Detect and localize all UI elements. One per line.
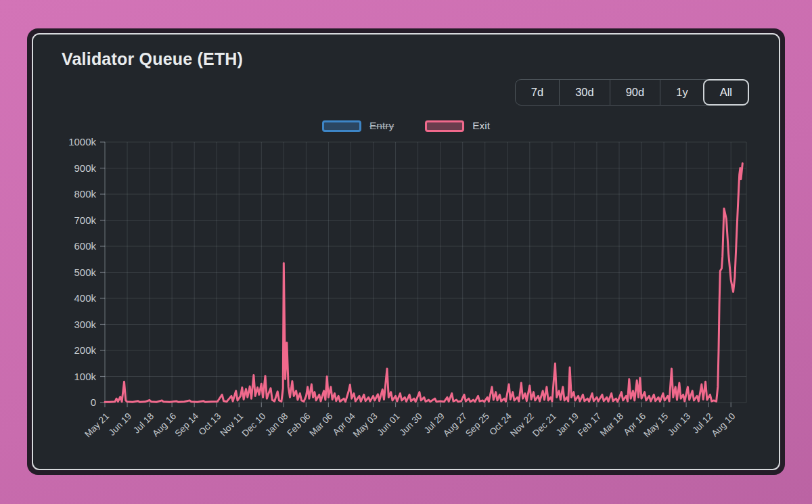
x-tick-label: Sep 14 (173, 411, 200, 438)
x-tick-label: Jan 08 (263, 411, 290, 438)
y-tick-label: 1000k (68, 136, 96, 147)
x-tick-label: Aug 16 (150, 411, 178, 439)
x-tick-label: Nov 22 (508, 411, 536, 439)
y-tick-label: 200k (74, 344, 96, 356)
range-button-90d[interactable]: 90d (610, 80, 660, 105)
y-tick-label: 800k (74, 188, 96, 200)
chart-plot-area: 0100k200k300k400k500k600k700k800k900k100… (68, 136, 746, 439)
page-title: Validator Queue (ETH) (62, 49, 243, 69)
validator-queue-card: Validator Queue (ETH) 7d 30d 90d 1y All … (32, 33, 780, 470)
y-tick-label: 900k (74, 162, 96, 174)
x-tick-label: May 21 (83, 411, 111, 440)
x-tick-label: Jun 30 (397, 411, 424, 438)
x-tick-label: Mar 18 (598, 411, 625, 438)
x-tick-label: Sep 25 (464, 411, 491, 439)
y-tick-label: 700k (74, 214, 96, 226)
legend-item-exit[interactable]: Exit (425, 120, 490, 132)
range-button-1y[interactable]: 1y (660, 80, 703, 105)
x-tick-label: May 03 (351, 411, 380, 440)
x-tick-label: May 15 (641, 411, 670, 440)
x-tick-label: Nov 11 (218, 411, 245, 438)
x-tick-label: Jun 19 (107, 411, 133, 438)
x-tick-label: Jun 13 (666, 411, 692, 438)
y-tick-label: 100k (74, 371, 96, 382)
time-range-selector: 7d 30d 90d 1y All (515, 79, 749, 106)
x-tick-label: Jun 01 (375, 411, 401, 438)
exit-series-label: Exit (472, 120, 490, 132)
x-tick-label: Oct 13 (197, 411, 223, 438)
exit-series-swatch (425, 120, 464, 132)
legend-item-entry[interactable]: Entry (322, 120, 394, 132)
entry-series-swatch (322, 120, 361, 132)
range-button-all[interactable]: All (703, 79, 749, 106)
x-tick-label: Feb 06 (285, 411, 312, 438)
range-button-7d[interactable]: 7d (516, 80, 559, 105)
x-tick-label: Dec 21 (531, 411, 558, 439)
entry-series-label: Entry (369, 120, 394, 132)
chart-legend: Entry Exit (33, 120, 779, 132)
y-tick-label: 500k (74, 267, 96, 278)
validator-queue-chart: 0100k200k300k400k500k600k700k800k900k100… (33, 136, 777, 469)
x-tick-label: Dec 10 (240, 411, 268, 439)
y-tick-label: 300k (74, 319, 96, 330)
x-tick-label: Mar 06 (307, 411, 334, 438)
y-tick-label: 600k (74, 240, 96, 252)
exit-series-line (105, 164, 742, 403)
card-outer-frame: Validator Queue (ETH) 7d 30d 90d 1y All … (27, 28, 785, 475)
range-button-30d[interactable]: 30d (559, 80, 610, 105)
x-tick-label: Feb 17 (576, 411, 603, 438)
y-tick-label: 0 (91, 396, 96, 408)
x-tick-label: Aug 27 (441, 411, 469, 439)
x-tick-label: Aug 10 (709, 411, 737, 439)
x-tick-label: Jan 19 (554, 411, 581, 438)
y-tick-label: 400k (74, 292, 96, 304)
